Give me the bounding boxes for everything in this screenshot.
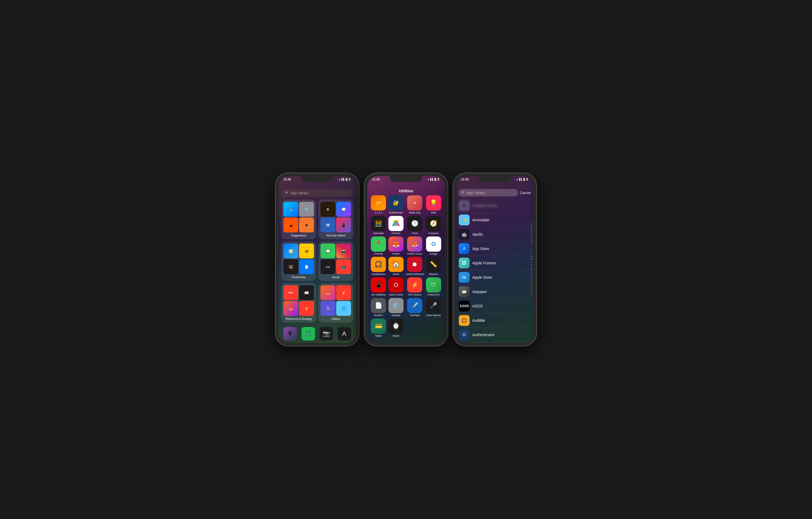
folder-apps-util: 🦊 ⚡ 🔮 🌐 [320,285,351,316]
app-icon-testflight: ✈️ [407,298,422,313]
app-item-bulb[interactable]: 💡 Bulb [426,195,441,214]
alpha-U[interactable]: U [530,277,532,280]
app-misc7: 📺 [336,259,351,274]
alpha-hash[interactable]: # [530,294,532,296]
app-misc: 📱 [336,218,351,233]
alpha-J[interactable]: J [530,247,532,250]
app-item-pdf[interactable]: ⚡ PDF Search [405,277,424,296]
list-item-annotable[interactable]: ✏️ Annotable [459,213,529,227]
app-item-scan[interactable]: 📄 ScanPro [371,298,386,317]
app-item-home[interactable]: 🏠 Home [388,257,404,276]
app-item-chrome[interactable]: Chrome [388,216,404,235]
status-icons-2: ▲ ▌▌ ▓ 🔋 [427,178,440,181]
svg-point-3 [395,222,397,224]
bottom-apps-1b: 🔵 ☁ S 🌿 [279,342,356,343]
alpha-E[interactable]: E [530,234,532,236]
alpha-W[interactable]: W [530,283,532,285]
app-item-betterday[interactable]: 6 Better Day [405,195,424,214]
app-camera[interactable]: 📷 [319,327,333,340]
utilities-apps-grid: 1¹⁴ 1.1.1.1 🔐 Authenticator 6 Better Day… [367,195,445,337]
app-item-1111[interactable]: 1¹⁴ 1.1.1.1 [371,195,386,214]
list-item-appstore[interactable]: A App Store [459,242,529,256]
list-name-appleframes: Apple Frames [472,261,496,265]
app-list-3: A Amazon Prime ✏️ Annotable 🤖 Apollo A A… [456,198,533,343]
alpha-X[interactable]: X [530,285,532,288]
alpha-A[interactable]: A [530,223,532,225]
alpha-F[interactable]: F [530,237,532,239]
list-icon-applestore: 🛍 [459,272,470,283]
alpha-I[interactable]: I [530,245,532,247]
alpha-H[interactable]: H [530,242,532,244]
app-icon-firefox: 🦊 [388,237,404,252]
alpha-V[interactable]: V [530,280,532,282]
alpha-L[interactable]: L [530,253,532,255]
folder-reference[interactable]: BBC 📖 🦊 ⚡ Reference & Reading [281,283,316,323]
alpha-K[interactable]: K [530,250,532,252]
folder-label-suggestions: Suggestions [291,234,306,237]
app-label-calc: Calculator [373,232,384,235]
list-item-apollo[interactable]: 🤖 Apollo [459,227,529,242]
app-label-measure: Measure [429,273,438,276]
app-label-opera: Opera Touch [389,293,403,296]
folder-utilities[interactable]: 🦊 ⚡ 🔮 🌐 Utilities [318,283,353,323]
phone-1-screen: 11:32 ▲ ▌▌ ▓ 🔋 🔍 App Library ✂️ ⚙️ ☁ ★ S… [279,176,356,343]
app-messages: 💬 [320,244,336,258]
alpha-D[interactable]: D [530,231,532,234]
app-podcasts[interactable]: 🎙 [283,327,297,340]
alpha-M[interactable]: M [530,255,532,258]
alpha-B[interactable]: B [530,225,532,228]
alphabet-index[interactable]: A B C D E F G H I J K L M N O P Q R S T [530,223,532,296]
alpha-N[interactable]: N [530,258,532,261]
app-item-measure[interactable]: 📏 Measure [426,257,441,276]
search-bar-3-input[interactable]: 🔍 App Library [459,189,518,196]
search-bar-1[interactable]: 🔍 App Library [282,189,353,197]
list-item-appleframes[interactable]: 🖼 Apple Frames [459,256,529,270]
status-icons-1: ▲ ▌▌ ▓ 🔋 [338,178,351,181]
app-item-firefox[interactable]: 🦊 Firefox [388,237,404,255]
alpha-T[interactable]: T [530,275,532,277]
list-item-audible[interactable]: 🎧 Audible [459,313,529,328]
app-item-headphones[interactable]: 🎧 Headphones [371,257,386,276]
folder-suggestions[interactable]: ✂️ ⚙️ ☁ ★ Suggestions [281,200,316,239]
list-item-authenticator[interactable]: G Authenticator [459,328,529,342]
app-item-compass[interactable]: 🧭 Compass [426,216,441,235]
app-item-watch[interactable]: ⌚ Watch [388,319,404,337]
list-item-applestore[interactable]: 🛍 Apple Store [459,270,529,285]
alpha-G[interactable]: G [530,239,532,242]
list-item-amazon[interactable]: A Amazon Prime [459,198,529,213]
list-item-artpaper[interactable]: 🏔 Artpaper [459,285,529,299]
app-spotify[interactable]: 🎵 [301,327,315,340]
alpha-Y[interactable]: Y [530,288,532,291]
app-item-findmy[interactable]: 📍 Find My [371,237,386,255]
app-appstore-a[interactable]: A [338,327,351,340]
app-label-firefoxfocus: Firefox Focus [407,252,422,255]
app-item-justpress[interactable]: ⏺ JustPressRecord [405,257,424,276]
alpha-S[interactable]: S [530,272,532,274]
app-item-google[interactable]: G Google [426,237,441,255]
app-item-auth[interactable]: 🔐 Authenticator [388,195,404,214]
app-item-voicememo[interactable]: 🎤 Voice Memos [426,298,441,317]
app-item-vodafone[interactable]: 📱 My Vodafone [371,277,386,296]
folder-recently-added[interactable]: B 💬 W 📱 Recently Added [318,200,353,239]
app-item-wallet[interactable]: 💳 Wallet [371,319,386,337]
app-item-clock[interactable]: 🕐 Clock [405,216,424,235]
app-item-proton[interactable]: 🛡 ProtonVPN [426,277,441,296]
alpha-Z[interactable]: Z [530,291,532,294]
app-item-firefoxfocus[interactable]: 🦊 Firefox Focus [405,237,424,255]
app-item-opera[interactable]: O Opera Touch [388,277,404,296]
time-3: 11:33 [461,178,468,181]
app-messenger: 💬 [336,202,351,217]
alpha-C[interactable]: C [530,228,532,230]
app-item-calc[interactable]: 🧮 Calculator [371,216,386,235]
alpha-P[interactable]: P [530,264,532,266]
folder-social[interactable]: 💬 📸 me 📺 Social [318,241,353,281]
app-item-testflight[interactable]: ✈️ TestFlight [405,298,424,317]
list-item-asos[interactable]: ASOS ASOS [459,299,529,313]
folder-productivity[interactable]: 🧭 🦋 🐻 📋 Productivity [281,241,316,281]
alpha-Q[interactable]: Q [530,267,532,269]
app-label-watch: Watch [393,334,399,337]
cancel-button-3[interactable]: Cancel [520,191,531,195]
alpha-O[interactable]: O [530,261,532,264]
alpha-R[interactable]: R [530,269,532,272]
app-item-settings2[interactable]: ⚙️ Settings [388,298,404,317]
